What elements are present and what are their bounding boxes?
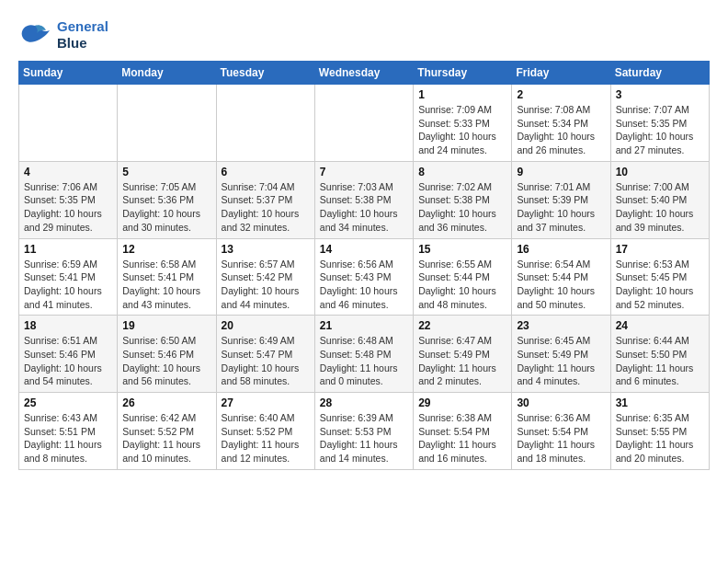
weekday-header-saturday: Saturday (610, 62, 709, 85)
calendar-week-row: 11Sunrise: 6:59 AM Sunset: 5:41 PM Dayli… (19, 238, 710, 316)
calendar-cell: 14Sunrise: 6:56 AM Sunset: 5:43 PM Dayli… (314, 238, 413, 316)
calendar-cell (118, 85, 216, 162)
day-info: Sunrise: 6:39 AM Sunset: 5:53 PM Dayligh… (320, 411, 408, 465)
day-number: 17 (616, 243, 704, 256)
day-number: 10 (616, 166, 704, 178)
day-number: 9 (517, 166, 605, 178)
calendar-cell: 30Sunrise: 6:36 AM Sunset: 5:54 PM Dayli… (512, 393, 610, 470)
calendar-cell: 21Sunrise: 6:48 AM Sunset: 5:48 PM Dayli… (314, 316, 413, 393)
calendar-cell: 3Sunrise: 7:07 AM Sunset: 5:35 PM Daylig… (610, 85, 709, 162)
calendar-cell: 1Sunrise: 7:09 AM Sunset: 5:33 PM Daylig… (414, 85, 512, 162)
calendar-cell: 7Sunrise: 7:03 AM Sunset: 5:38 PM Daylig… (314, 161, 413, 238)
weekday-header-friday: Friday (512, 62, 610, 85)
day-info: Sunrise: 7:03 AM Sunset: 5:38 PM Dayligh… (320, 180, 408, 235)
calendar-cell: 19Sunrise: 6:50 AM Sunset: 5:46 PM Dayli… (118, 316, 216, 393)
day-number: 23 (517, 319, 605, 332)
calendar-cell: 29Sunrise: 6:38 AM Sunset: 5:54 PM Dayli… (414, 393, 512, 470)
calendar-cell: 9Sunrise: 7:01 AM Sunset: 5:39 PM Daylig… (512, 161, 610, 238)
day-number: 3 (616, 88, 704, 101)
day-number: 4 (24, 166, 112, 178)
calendar-cell: 12Sunrise: 6:58 AM Sunset: 5:41 PM Dayli… (118, 238, 216, 316)
day-info: Sunrise: 7:09 AM Sunset: 5:33 PM Dayligh… (418, 103, 506, 157)
calendar-week-row: 4Sunrise: 7:06 AM Sunset: 5:35 PM Daylig… (19, 161, 710, 238)
calendar-cell: 20Sunrise: 6:49 AM Sunset: 5:47 PM Dayli… (216, 316, 314, 393)
day-number: 15 (418, 243, 506, 256)
calendar-week-row: 1Sunrise: 7:09 AM Sunset: 5:33 PM Daylig… (19, 85, 710, 162)
day-info: Sunrise: 7:01 AM Sunset: 5:39 PM Dayligh… (517, 180, 605, 235)
weekday-header-monday: Monday (118, 62, 216, 85)
day-info: Sunrise: 6:55 AM Sunset: 5:44 PM Dayligh… (418, 258, 506, 312)
day-info: Sunrise: 6:54 AM Sunset: 5:44 PM Dayligh… (517, 258, 605, 312)
calendar-cell: 5Sunrise: 7:05 AM Sunset: 5:36 PM Daylig… (118, 161, 216, 238)
day-number: 2 (517, 88, 605, 101)
calendar-cell: 4Sunrise: 7:06 AM Sunset: 5:35 PM Daylig… (19, 161, 118, 238)
day-number: 13 (222, 243, 310, 256)
day-info: Sunrise: 6:42 AM Sunset: 5:52 PM Dayligh… (122, 411, 210, 465)
calendar-cell: 10Sunrise: 7:00 AM Sunset: 5:40 PM Dayli… (610, 161, 709, 238)
day-info: Sunrise: 7:02 AM Sunset: 5:38 PM Dayligh… (418, 180, 506, 235)
logo: General Blue (18, 18, 108, 52)
day-number: 8 (418, 166, 506, 178)
calendar-cell: 15Sunrise: 6:55 AM Sunset: 5:44 PM Dayli… (414, 238, 512, 316)
day-number: 24 (616, 319, 704, 332)
day-number: 25 (24, 396, 112, 409)
calendar-cell: 23Sunrise: 6:45 AM Sunset: 5:49 PM Dayli… (512, 316, 610, 393)
day-info: Sunrise: 6:45 AM Sunset: 5:49 PM Dayligh… (517, 334, 605, 388)
day-number: 21 (320, 319, 408, 332)
calendar-cell (19, 85, 118, 162)
calendar-week-row: 18Sunrise: 6:51 AM Sunset: 5:46 PM Dayli… (19, 316, 710, 393)
day-info: Sunrise: 6:59 AM Sunset: 5:41 PM Dayligh… (24, 258, 112, 312)
calendar-cell: 27Sunrise: 6:40 AM Sunset: 5:52 PM Dayli… (216, 393, 314, 470)
day-number: 7 (320, 166, 408, 178)
day-number: 29 (418, 396, 506, 409)
day-info: Sunrise: 6:48 AM Sunset: 5:48 PM Dayligh… (320, 334, 408, 388)
calendar-cell: 16Sunrise: 6:54 AM Sunset: 5:44 PM Dayli… (512, 238, 610, 316)
day-info: Sunrise: 7:00 AM Sunset: 5:40 PM Dayligh… (616, 180, 704, 235)
logo-icon (18, 21, 51, 49)
calendar-cell: 31Sunrise: 6:35 AM Sunset: 5:55 PM Dayli… (610, 393, 709, 470)
calendar-cell: 2Sunrise: 7:08 AM Sunset: 5:34 PM Daylig… (512, 85, 610, 162)
day-number: 12 (122, 243, 210, 256)
day-number: 14 (320, 243, 408, 256)
day-info: Sunrise: 6:43 AM Sunset: 5:51 PM Dayligh… (24, 411, 112, 465)
day-number: 18 (24, 319, 112, 332)
day-number: 6 (222, 166, 310, 178)
calendar-cell: 11Sunrise: 6:59 AM Sunset: 5:41 PM Dayli… (19, 238, 118, 316)
day-info: Sunrise: 6:49 AM Sunset: 5:47 PM Dayligh… (222, 334, 310, 388)
logo-text: General Blue (57, 18, 108, 52)
day-info: Sunrise: 6:57 AM Sunset: 5:42 PM Dayligh… (222, 258, 310, 312)
page-header: General Blue (18, 18, 710, 52)
weekday-header-wednesday: Wednesday (314, 62, 413, 85)
day-info: Sunrise: 7:04 AM Sunset: 5:37 PM Dayligh… (222, 180, 310, 235)
calendar-cell (314, 85, 413, 162)
weekday-header-row: SundayMondayTuesdayWednesdayThursdayFrid… (19, 62, 710, 85)
calendar-cell: 22Sunrise: 6:47 AM Sunset: 5:49 PM Dayli… (414, 316, 512, 393)
day-number: 20 (222, 319, 310, 332)
day-info: Sunrise: 6:38 AM Sunset: 5:54 PM Dayligh… (418, 411, 506, 465)
day-info: Sunrise: 6:44 AM Sunset: 5:50 PM Dayligh… (616, 334, 704, 388)
day-info: Sunrise: 6:56 AM Sunset: 5:43 PM Dayligh… (320, 258, 408, 312)
calendar-cell: 8Sunrise: 7:02 AM Sunset: 5:38 PM Daylig… (414, 161, 512, 238)
day-info: Sunrise: 7:08 AM Sunset: 5:34 PM Dayligh… (517, 103, 605, 157)
day-number: 27 (222, 396, 310, 409)
calendar-cell: 25Sunrise: 6:43 AM Sunset: 5:51 PM Dayli… (19, 393, 118, 470)
calendar-cell (216, 85, 314, 162)
day-number: 31 (616, 396, 704, 409)
day-info: Sunrise: 6:35 AM Sunset: 5:55 PM Dayligh… (616, 411, 704, 465)
day-info: Sunrise: 6:53 AM Sunset: 5:45 PM Dayligh… (616, 258, 704, 312)
day-info: Sunrise: 6:40 AM Sunset: 5:52 PM Dayligh… (222, 411, 310, 465)
calendar-cell: 6Sunrise: 7:04 AM Sunset: 5:37 PM Daylig… (216, 161, 314, 238)
day-number: 5 (122, 166, 210, 178)
day-info: Sunrise: 7:06 AM Sunset: 5:35 PM Dayligh… (24, 180, 112, 235)
calendar-cell: 28Sunrise: 6:39 AM Sunset: 5:53 PM Dayli… (314, 393, 413, 470)
weekday-header-thursday: Thursday (414, 62, 512, 85)
day-info: Sunrise: 7:07 AM Sunset: 5:35 PM Dayligh… (616, 103, 704, 157)
calendar-cell: 17Sunrise: 6:53 AM Sunset: 5:45 PM Dayli… (610, 238, 709, 316)
calendar-cell: 13Sunrise: 6:57 AM Sunset: 5:42 PM Dayli… (216, 238, 314, 316)
day-info: Sunrise: 6:58 AM Sunset: 5:41 PM Dayligh… (122, 258, 210, 312)
day-info: Sunrise: 7:05 AM Sunset: 5:36 PM Dayligh… (122, 180, 210, 235)
day-info: Sunrise: 6:47 AM Sunset: 5:49 PM Dayligh… (418, 334, 506, 388)
day-number: 22 (418, 319, 506, 332)
day-number: 19 (122, 319, 210, 332)
day-number: 1 (418, 88, 506, 101)
